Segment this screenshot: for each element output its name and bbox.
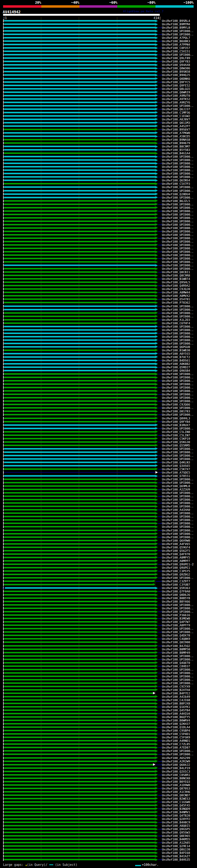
hit-label[interactable]: UniRef100_B4PI68: [162, 851, 190, 855]
hit-label[interactable]: UniRef100_B4LP19: [162, 766, 190, 770]
hit-label[interactable]: UniRef100_UPI000..: [162, 389, 194, 393]
hit-label[interactable]: UniRef100_UPI000..: [162, 752, 194, 756]
hit-label[interactable]: UniRef100_Q9Z0G2: [162, 573, 190, 576]
hit-label[interactable]: UniRef100_B9SRL4: [162, 19, 190, 23]
hit-label[interactable]: UniRef100_UPI000..: [162, 185, 194, 189]
hit-row[interactable]: UniRef100_UPI000..: [0, 332, 197, 335]
hit-label[interactable]: UniRef100_UPI000..: [162, 630, 194, 634]
hit-row[interactable]: UniRef100_B4IAZ7: [0, 855, 197, 858]
hit-label[interactable]: UniRef100_UPI000..: [162, 253, 194, 257]
hit-label[interactable]: UniRef100_UPI000..: [162, 678, 194, 681]
hit-row[interactable]: UniRef100_B6JZL5: [0, 199, 197, 203]
hit-label[interactable]: UniRef100_UPI000..: [162, 681, 194, 685]
hit-label[interactable]: UniRef100_Q5R363: [162, 586, 190, 590]
hit-label[interactable]: UniRef100_A4IHA0: [162, 508, 190, 512]
hit-row[interactable]: UniRef100_O70551: [0, 474, 197, 477]
hit-label[interactable]: UniRef100_B0YEQ3: [162, 780, 190, 783]
hit-label[interactable]: UniRef100_C0S8R1: [162, 773, 190, 777]
hit-row[interactable]: UniRef100_Q94AX8: [0, 63, 197, 66]
hit-row[interactable]: UniRef100_UPI000..: [0, 376, 197, 379]
hit-label[interactable]: UniRef100_UPI000..: [162, 247, 194, 250]
hit-row[interactable]: UniRef100_B9S6V7: [0, 128, 197, 131]
hit-row[interactable]: UniRef100_A8MW44: [0, 291, 197, 294]
hit-label[interactable]: UniRef100_Q95SW3: [162, 831, 190, 834]
hit-label[interactable]: UniRef100_Q45FA5: [162, 804, 190, 807]
hit-label[interactable]: UniRef100_Q0UJJ0: [162, 848, 190, 851]
hit-row[interactable]: UniRef100_UPI000..: [0, 158, 197, 162]
hit-label[interactable]: UniRef100_UPI000..: [162, 243, 194, 247]
hit-row[interactable]: UniRef100_O81783: [0, 409, 197, 413]
hit-row[interactable]: UniRef100_UPI000..: [0, 305, 197, 308]
hit-label[interactable]: UniRef100_B8PJX8: [162, 702, 190, 705]
hit-row[interactable]: UniRef100_Q6JJ37: [0, 107, 197, 111]
hit-label[interactable]: UniRef100_B1WB30: [162, 348, 190, 352]
hit-row[interactable]: UniRef100_Q9LF89: [0, 56, 197, 60]
hit-label[interactable]: UniRef100_C7ZL05: [162, 742, 190, 746]
hit-label[interactable]: UniRef100_C4JI68: [162, 698, 190, 702]
hit-label[interactable]: UniRef100_UPI000..: [162, 158, 194, 162]
hit-row[interactable]: UniRef100_B8MP49: [0, 651, 197, 654]
hit-row[interactable]: UniRef100_Q28YP2: [0, 817, 197, 820]
hit-row[interactable]: UniRef100_UPI000..: [0, 260, 197, 264]
hit-row[interactable]: UniRef100_Q8W306: [0, 66, 197, 70]
hit-label[interactable]: UniRef100_O54781: [162, 298, 190, 301]
hit-label[interactable]: UniRef100_UPI000..: [162, 576, 194, 580]
hit-label[interactable]: UniRef100_UPI000..: [162, 379, 194, 382]
hit-row[interactable]: UniRef100_UPI000..: [0, 168, 197, 172]
hit-label[interactable]: UniRef100_Q4DX78: [162, 634, 190, 637]
hit-label[interactable]: UniRef100_B6QTY5: [162, 715, 190, 719]
hit-label[interactable]: UniRef100_UPI000..: [162, 305, 194, 308]
hit-row[interactable]: UniRef100_C5KP19: [0, 437, 197, 440]
hit-label[interactable]: UniRef100_Q2KH37: [162, 722, 190, 725]
hit-row[interactable]: UniRef100_Q9GSP5: [0, 827, 197, 831]
hit-label[interactable]: UniRef100_Q9FYB3: [162, 60, 190, 63]
hit-row[interactable]: UniRef100_B4DS61: [0, 359, 197, 362]
hit-row[interactable]: UniRef100_Q59GF4: [0, 546, 197, 549]
hit-label[interactable]: UniRef100_UPI000..: [162, 233, 194, 237]
hit-row[interactable]: UniRef100_A9TK52: [0, 97, 197, 101]
hit-label[interactable]: UniRef100_C9SBP4: [162, 729, 190, 732]
hit-row[interactable]: UniRef100_Q8VHL3: [0, 416, 197, 420]
hit-label[interactable]: UniRef100_UPI000..: [162, 495, 194, 498]
hit-row[interactable]: UniRef100_C6THF4: [0, 321, 197, 325]
hit-row[interactable]: UniRef100_A8Y5S5: [0, 352, 197, 355]
hit-label[interactable]: UniRef100_Q8CBI1: [162, 270, 190, 274]
hit-label[interactable]: UniRef100_Q9UPE1-2: [162, 563, 194, 566]
hit-label[interactable]: UniRef100_B1WBT4: [162, 277, 190, 280]
hit-label[interactable]: UniRef100_UPI000..: [162, 522, 194, 525]
hit-row[interactable]: UniRef100_B4HS35: [0, 858, 197, 861]
hit-row[interactable]: UniRef100_B6U0K3: [0, 39, 197, 43]
hit-label[interactable]: UniRef100_UPI000..: [162, 525, 194, 528]
hit-row[interactable]: UniRef100_A8Q0I5: [0, 824, 197, 827]
hit-row[interactable]: UniRef100_UPI000..: [0, 529, 197, 532]
hit-row[interactable]: UniRef100_C1EGW2: [0, 114, 197, 118]
hit-row[interactable]: UniRef100_C9IYX9: [0, 685, 197, 688]
hit-row[interactable]: UniRef100_UPI000..: [0, 535, 197, 539]
hit-row[interactable]: UniRef100_A5BCD5: [0, 134, 197, 138]
hit-row[interactable]: UniRef100_UPI000..: [0, 630, 197, 634]
hit-row[interactable]: UniRef100_B0YEQ3: [0, 780, 197, 783]
hit-row[interactable]: UniRef100_UPI000..: [0, 413, 197, 416]
hit-row[interactable]: UniRef100_UPI000..: [0, 233, 197, 237]
hit-label[interactable]: UniRef100_UPI000..: [162, 447, 194, 451]
hit-row[interactable]: UniRef100_P36616: [0, 613, 197, 617]
hit-row[interactable]: UniRef100_Q4R9A2: [0, 284, 197, 287]
hit-label[interactable]: UniRef100_B6JZL5: [162, 199, 190, 203]
hit-row[interactable]: UniRef100_C4Q8K9: [0, 637, 197, 641]
hit-label[interactable]: UniRef100_UPI000..: [162, 29, 194, 33]
hit-label[interactable]: UniRef100_A8MW44: [162, 291, 190, 294]
hit-row[interactable]: UniRef100_UPI000..: [0, 518, 197, 522]
hit-row[interactable]: UniRef100_UPI000..: [0, 627, 197, 630]
hit-label[interactable]: UniRef100_C5KP19: [162, 437, 190, 440]
hit-label[interactable]: UniRef100_UPI000..: [162, 457, 194, 461]
hit-row[interactable]: UniRef100_UPI000..: [0, 216, 197, 220]
hit-label[interactable]: UniRef100_UPI000..: [162, 162, 194, 165]
hit-row[interactable]: UniRef100_UPI000..: [0, 311, 197, 315]
hit-row[interactable]: UniRef100_A4FV65: [0, 542, 197, 546]
hit-row[interactable]: UniRef100_B4LP19: [0, 766, 197, 770]
hit-label[interactable]: UniRef100_A7PPN4: [162, 43, 190, 46]
hit-label[interactable]: UniRef100_UPI000..: [162, 209, 194, 213]
hit-label[interactable]: UniRef100_C5LIN8: [162, 430, 190, 434]
hit-label[interactable]: UniRef100_Q011M3: [162, 121, 190, 124]
hit-label[interactable]: UniRef100_UPI000..: [162, 257, 194, 260]
